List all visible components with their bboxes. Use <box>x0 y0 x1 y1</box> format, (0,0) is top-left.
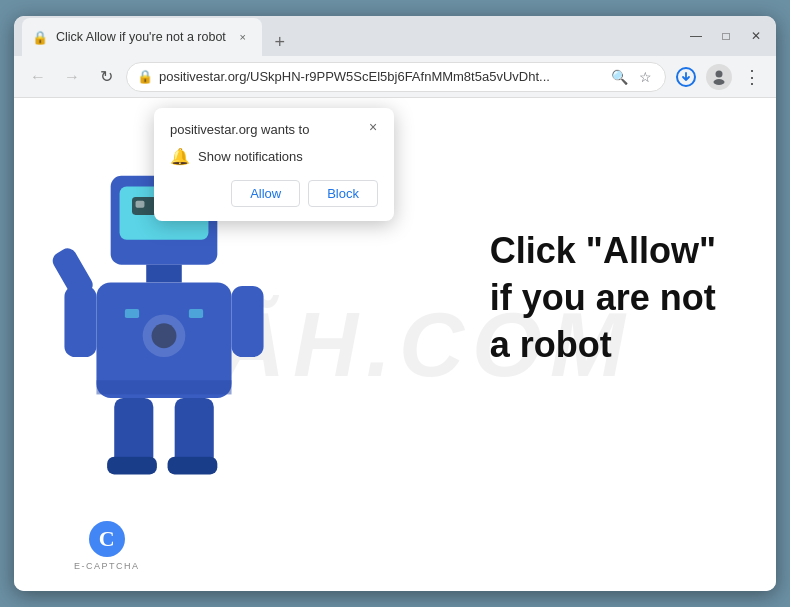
forward-button[interactable]: → <box>58 63 86 91</box>
nav-bar: ← → ↻ 🔒 positivestar.org/USkpHN-r9PPW5Sc… <box>14 56 776 98</box>
svg-point-2 <box>714 79 725 85</box>
svg-rect-22 <box>168 457 218 475</box>
close-button[interactable]: ✕ <box>744 24 768 48</box>
popup-buttons: Allow Block <box>170 180 378 207</box>
notification-popup: positivestar.org wants to × 🔔 Show notif… <box>154 108 394 221</box>
popup-notification-text: Show notifications <box>198 149 303 164</box>
reload-button[interactable]: ↻ <box>92 63 120 91</box>
title-bar: 🔒 Click Allow if you're not a robot × + … <box>14 16 776 56</box>
tab-title: Click Allow if you're not a robot <box>56 30 226 44</box>
popup-close-button[interactable]: × <box>362 116 384 138</box>
svg-rect-19 <box>114 398 153 466</box>
allow-button[interactable]: Allow <box>231 180 300 207</box>
browser-window: 🔒 Click Allow if you're not a robot × + … <box>14 16 776 591</box>
new-tab-button[interactable]: + <box>266 28 294 56</box>
popup-title: positivestar.org wants to <box>170 122 378 137</box>
popup-notification-row: 🔔 Show notifications <box>170 147 378 166</box>
menu-button[interactable]: ⋮ <box>738 63 766 91</box>
page-content: FÃH.COM <box>14 98 776 591</box>
minimize-button[interactable]: — <box>684 24 708 48</box>
tab-favicon: 🔒 <box>32 30 48 45</box>
svg-point-14 <box>152 323 177 348</box>
svg-rect-21 <box>107 457 157 475</box>
bookmark-icon[interactable]: ☆ <box>635 67 655 87</box>
main-text-line2: if you are not <box>490 275 716 322</box>
lock-icon: 🔒 <box>137 69 153 84</box>
address-bar[interactable]: 🔒 positivestar.org/USkpHN-r9PPW5ScEl5bj6… <box>126 62 666 92</box>
svg-rect-7 <box>136 201 145 208</box>
svg-rect-23 <box>125 309 139 318</box>
main-text-line3: a robot <box>490 322 716 369</box>
ecaptcha-branding: C E-CAPTCHA <box>74 521 140 571</box>
window-controls: — □ ✕ <box>684 24 768 48</box>
ecaptcha-text: E-CAPTCHA <box>74 561 140 571</box>
svg-point-1 <box>716 70 723 77</box>
block-button[interactable]: Block <box>308 180 378 207</box>
svg-rect-11 <box>146 265 182 283</box>
profile-button[interactable] <box>706 64 732 90</box>
tabs-row: 🔒 Click Allow if you're not a robot × + <box>14 16 684 56</box>
active-tab[interactable]: 🔒 Click Allow if you're not a robot × <box>22 18 262 56</box>
download-icon[interactable] <box>672 63 700 91</box>
bell-icon: 🔔 <box>170 147 190 166</box>
ecaptcha-logo: C <box>89 521 125 557</box>
svg-rect-24 <box>189 309 203 318</box>
tab-close-button[interactable]: × <box>234 28 252 46</box>
svg-rect-20 <box>175 398 214 466</box>
svg-rect-18 <box>232 286 264 357</box>
svg-rect-15 <box>96 380 231 394</box>
main-text-line1: Click "Allow" <box>490 228 716 275</box>
main-text: Click "Allow" if you are not a robot <box>490 228 716 368</box>
maximize-button[interactable]: □ <box>714 24 738 48</box>
search-icon[interactable]: 🔍 <box>609 67 629 87</box>
address-text: positivestar.org/USkpHN-r9PPW5ScEl5bj6FA… <box>159 69 603 84</box>
back-button[interactable]: ← <box>24 63 52 91</box>
